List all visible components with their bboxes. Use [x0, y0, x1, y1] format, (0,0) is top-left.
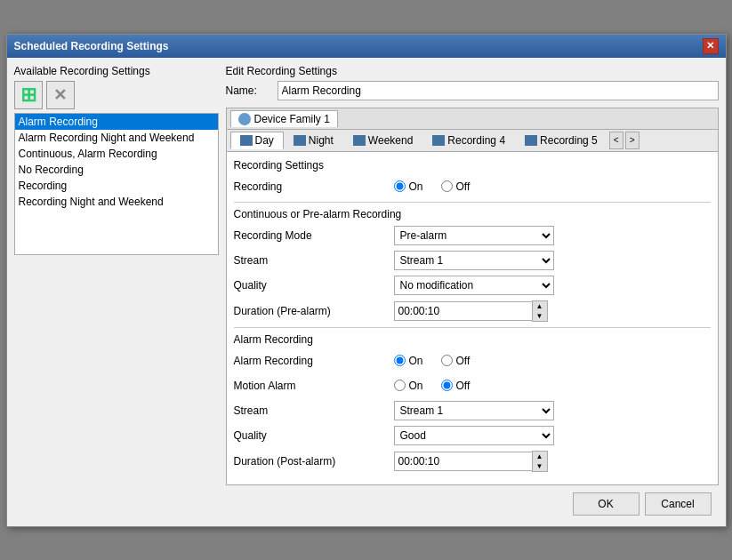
tab-content: Recording Settings Recording On O	[227, 152, 718, 484]
motion-on-radio[interactable]	[394, 380, 406, 391]
recording-off-label[interactable]: Off	[441, 180, 471, 193]
recording-list[interactable]: Alarm RecordingAlarm Recording Night and…	[14, 113, 219, 255]
list-item[interactable]: Alarm Recording Night and Weekend	[15, 130, 218, 146]
alarm-off-label[interactable]: Off	[441, 355, 471, 367]
stream-1-label: Stream	[234, 254, 394, 267]
quality-1-select[interactable]: No modificationGoodBestLow	[394, 276, 554, 295]
sub-tab-label: Recording 5	[540, 134, 598, 147]
list-item[interactable]: Continuous, Alarm Recording	[15, 146, 218, 162]
quality-2-label: Quality	[234, 429, 394, 442]
name-row: Name:	[226, 81, 719, 100]
alarm-on-label[interactable]: On	[394, 355, 423, 367]
add-button[interactable]: ⊞	[14, 81, 43, 109]
list-item[interactable]: No Recording	[15, 162, 218, 178]
sub-tab[interactable]: Day	[230, 132, 284, 149]
quality-2-row: Quality GoodBestLowNo modification	[234, 426, 711, 445]
dialog-window: Scheduled Recording Settings ✕ Available…	[6, 34, 727, 527]
spinbox-btns-post: ▲ ▼	[532, 451, 548, 472]
stream-2-select[interactable]: Stream 1Stream 2	[394, 401, 554, 420]
toolbar: ⊞ ✕	[14, 81, 219, 109]
sub-tab[interactable]: Weekend	[343, 132, 422, 149]
tab-next-button[interactable]: >	[625, 132, 639, 149]
alarm-recording-row: Alarm Recording On Off	[234, 351, 711, 371]
motion-off-radio[interactable]	[441, 380, 453, 391]
recording-label: Recording	[234, 180, 394, 193]
stream-1-select[interactable]: Stream 1Stream 2	[394, 251, 554, 270]
list-item[interactable]: Recording	[15, 178, 218, 194]
delete-button[interactable]: ✕	[46, 81, 75, 109]
alarm-on-radio[interactable]	[394, 355, 406, 366]
sub-tab-icon	[432, 135, 445, 146]
sub-tab-label: Night	[309, 134, 334, 147]
cancel-button[interactable]: Cancel	[645, 492, 712, 516]
motion-off-text: Off	[456, 380, 471, 392]
duration-post-spinbox: ▲ ▼	[394, 451, 548, 472]
recording-radio-group: On Off	[394, 180, 471, 193]
alarm-recording-label: Alarm Recording	[234, 355, 394, 367]
right-panel: Edit Recording Settings Name: Device Fam…	[226, 65, 719, 485]
sub-tab[interactable]: Night	[284, 132, 343, 149]
title-bar: Scheduled Recording Settings ✕	[7, 35, 726, 58]
list-item[interactable]: Recording Night and Weekend	[15, 194, 218, 210]
continuous-section-label: Continuous or Pre-alarm Recording	[234, 208, 711, 220]
spinbox-up-pre[interactable]: ▲	[533, 301, 547, 311]
sub-tab-label: Day	[255, 134, 274, 147]
duration-post-row: Duration (Post-alarm) ▲ ▼	[234, 451, 711, 472]
duration-post-label: Duration (Post-alarm)	[234, 455, 394, 468]
spinbox-down-post[interactable]: ▼	[533, 461, 547, 471]
add-icon: ⊞	[20, 85, 36, 105]
left-panel: Available Recording Settings ⊞ ✕ Alarm R…	[14, 65, 219, 485]
dialog-body: Available Recording Settings ⊞ ✕ Alarm R…	[7, 58, 726, 526]
duration-pre-label: Duration (Pre-alarm)	[234, 305, 394, 317]
dialog-title: Scheduled Recording Settings	[14, 40, 169, 52]
sub-tab[interactable]: Recording 4	[422, 132, 515, 149]
sub-tab-label: Weekend	[368, 134, 413, 147]
sub-tab-icon	[294, 135, 306, 146]
alarm-off-radio[interactable]	[441, 355, 453, 366]
recording-on-label[interactable]: On	[394, 180, 423, 193]
recording-off-radio[interactable]	[441, 180, 453, 192]
dialog-footer: OK Cancel	[14, 485, 719, 519]
device-tab-label: Device Family 1	[254, 113, 330, 125]
recording-on-radio[interactable]	[394, 180, 406, 192]
name-input[interactable]	[278, 81, 719, 100]
recording-row: Recording On Off	[234, 177, 711, 196]
recording-mode-row: Recording Mode Pre-alarmContinuousDisabl…	[234, 226, 711, 245]
sub-tab-label: Recording 4	[447, 134, 505, 147]
quality-2-select[interactable]: GoodBestLowNo modification	[394, 426, 554, 445]
left-panel-label: Available Recording Settings	[14, 65, 219, 77]
divider-1	[234, 202, 711, 203]
motion-alarm-row: Motion Alarm On Off	[234, 376, 711, 396]
name-label: Name:	[226, 84, 270, 97]
stream-2-row: Stream Stream 1Stream 2	[234, 401, 711, 420]
recording-section-label: Recording Settings	[234, 159, 711, 172]
motion-off-label[interactable]: Off	[441, 380, 471, 392]
duration-pre-input[interactable]	[394, 301, 532, 321]
recording-mode-select[interactable]: Pre-alarmContinuousDisabled	[394, 226, 554, 245]
tab-prev-button[interactable]: <	[609, 132, 623, 149]
duration-pre-row: Duration (Pre-alarm) ▲ ▼	[234, 300, 711, 322]
spinbox-btns-pre: ▲ ▼	[532, 300, 548, 322]
motion-on-text: On	[409, 380, 423, 392]
list-item[interactable]: Alarm Recording	[15, 114, 218, 130]
alarm-off-text: Off	[456, 355, 471, 367]
main-area: Available Recording Settings ⊞ ✕ Alarm R…	[14, 65, 719, 485]
spinbox-down-pre[interactable]: ▼	[533, 311, 547, 321]
tab-container: Device Family 1 DayNightWeekendRecording…	[226, 108, 719, 485]
stream-1-row: Stream Stream 1Stream 2	[234, 251, 711, 270]
close-button[interactable]: ✕	[703, 38, 719, 54]
sub-tabs-row: DayNightWeekendRecording 4Recording 5< >	[227, 130, 718, 152]
divider-2	[234, 327, 711, 328]
alarm-radio-group: On Off	[394, 355, 471, 367]
ok-button[interactable]: OK	[573, 492, 639, 516]
duration-post-input[interactable]	[394, 452, 532, 471]
device-tab[interactable]: Device Family 1	[230, 110, 338, 127]
quality-1-label: Quality	[234, 279, 394, 292]
right-panel-label: Edit Recording Settings	[226, 65, 719, 77]
stream-2-label: Stream	[234, 404, 394, 417]
spinbox-up-post[interactable]: ▲	[533, 452, 547, 461]
delete-icon: ✕	[53, 85, 67, 105]
motion-on-label[interactable]: On	[394, 380, 423, 392]
sub-tab[interactable]: Recording 5	[515, 132, 607, 149]
device-icon	[238, 113, 251, 125]
